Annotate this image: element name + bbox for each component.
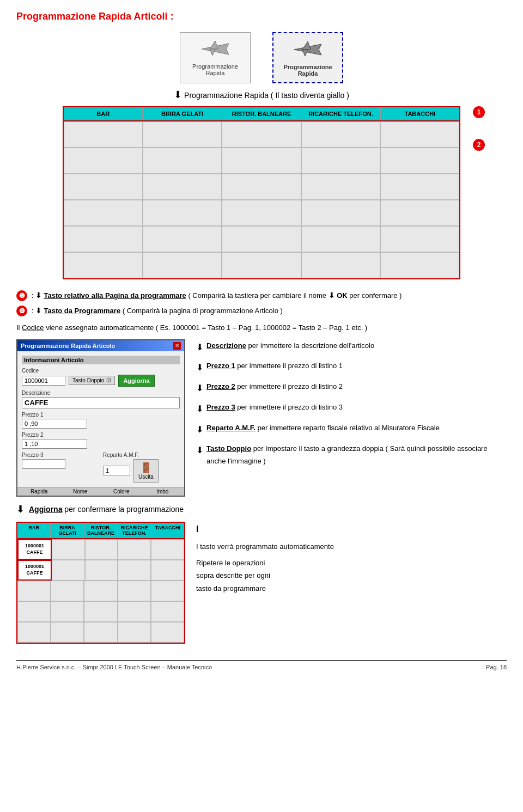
descrizione-input[interactable] [22,397,180,408]
grid-cell[interactable] [222,174,301,200]
bottom-grid-cell[interactable] [85,539,118,560]
bottom-grid-cell[interactable] [84,601,117,622]
grid-cell[interactable] [301,148,380,174]
bottom-grid-cell[interactable] [17,622,51,643]
footer-left: H.Pierre Service s.n.c. – Simpr 2000 LE … [16,664,212,670]
footer-nome[interactable]: Nome [61,489,100,494]
grid-cell[interactable] [64,252,143,278]
bottom-grid-cell[interactable] [151,560,184,581]
dialog-footer: Rapida Nome Colore Imbo [17,487,184,496]
codice-input[interactable] [22,376,65,386]
bottom-tab-tabacchi[interactable]: TABACCHI [151,523,184,538]
bottom-grid-cell[interactable] [151,622,184,643]
bottom-grid-cell[interactable] [52,560,85,581]
aggiorna-button[interactable]: Aggiorna [118,375,154,387]
explanation: ❶ : ⬇ Tasto relativo alla Pagina da prog… [16,289,507,334]
bottom-tab-area: BAR BIRRA GELATI RISTOR. BALNEARE RICARI… [16,522,185,644]
codice-label: Codice [22,368,180,374]
grid-cell[interactable] [143,174,222,200]
prezzo2-input[interactable] [22,439,87,449]
bottom-grid-cell[interactable] [52,539,85,560]
bottom-grid-cell[interactable] [51,622,84,643]
desc-item-tasto-doppio: ⬇ Tasto Doppio per Impostare il tasto a … [196,442,507,468]
right-text-programmato: I tasto verrà programmato automaticament… [196,540,507,553]
grid-cell[interactable] [380,252,459,278]
grid-cell[interactable] [380,200,459,226]
tab-bar[interactable]: BAR [64,107,143,120]
grid-cell[interactable] [380,226,459,252]
bottom-grid-cell[interactable] [151,539,184,560]
bottom-grid-cell[interactable] [84,581,117,601]
bottom-grid-cell[interactable] [118,622,151,643]
tab-birra-gelati[interactable]: BIRRA GELATI [143,107,222,120]
bottom-grid-cell[interactable] [17,581,51,601]
page-title: Programmazione Rapida Articoli : [16,11,507,22]
grid-cell[interactable] [222,121,301,148]
dialog-close-button[interactable]: ✕ [173,342,181,350]
footer-rapida[interactable]: Rapida [20,489,59,494]
bottom-cell-caffe-1[interactable]: 1000001CAFFE [17,539,52,560]
prezzo3-input[interactable] [22,459,65,469]
grid-cell[interactable] [380,121,459,148]
grid-cell[interactable] [222,226,301,252]
bottom-section: BAR BIRRA GELATI RISTOR. BALNEARE RICARI… [16,522,507,644]
grid-cell[interactable] [222,252,301,278]
grid-cell[interactable] [143,252,222,278]
grid-cell[interactable] [301,252,380,278]
grid-cell[interactable] [143,148,222,174]
tab-tabacchi[interactable]: TABACCHI [381,107,459,120]
grid-cell[interactable] [222,148,301,174]
right-text-I: I [196,522,507,538]
prezzo3-label: Prezzo 3 [22,452,99,458]
bottom-grid-cell[interactable] [17,601,51,622]
bottom-grid-cell[interactable] [51,601,84,622]
bottom-grid-cell[interactable] [151,601,184,622]
bottom-tab-ricariche[interactable]: RICARICHE TELEFON. [118,523,151,538]
grid-cell[interactable] [64,200,143,226]
bottom-grid-cell[interactable] [118,539,151,560]
bottom-tab-birra[interactable]: BIRRA GELATI [51,523,84,538]
grid-cell[interactable] [301,226,380,252]
icon-highlighted-label: Programmazione Rapida [279,64,337,77]
bottom-grid-cell[interactable] [85,560,118,581]
tasto-doppio-btn[interactable]: Tasto Doppio ☑ [69,376,115,385]
footer-colore[interactable]: Colore [102,489,141,494]
bottom-grid-cell[interactable] [84,622,117,643]
grid-cell[interactable] [64,121,143,148]
bottom-grid-cell[interactable] [118,601,151,622]
grid-cell[interactable] [143,121,222,148]
grid-cell[interactable] [64,226,143,252]
icon-normal-label: Programmazione Rapida [186,63,245,76]
grid-cell[interactable] [143,200,222,226]
tab-ricariche-telefon[interactable]: RICARICHE TELEFON. [301,107,380,120]
bottom-grid-cell[interactable] [118,581,151,601]
grid-cell[interactable] [64,174,143,200]
grid-cell[interactable] [301,174,380,200]
grid-cell[interactable] [301,200,380,226]
bottom-grid-cell[interactable] [118,560,151,581]
desc-item-prezzo2: ⬇ Prezzo 2 per immettere il prezzo di li… [196,380,507,396]
prezzo1-input[interactable] [22,419,87,429]
footer-right: Pag. 18 [486,664,507,670]
grid-cell[interactable] [64,148,143,174]
bottom-grid-cell[interactable] [51,581,84,601]
grid-cell[interactable] [301,121,380,148]
bottom-tab-ristor[interactable]: RISTOR. BALNEARE [84,523,118,538]
grid-cell[interactable] [143,226,222,252]
desc-item-prezzo1: ⬇ Prezzo 1 per immettere il prezzo di li… [196,359,507,376]
reparto-input[interactable] [103,466,130,475]
bottom-cell-caffe-2[interactable]: 1000001CAFFE [17,560,52,581]
uscita-button[interactable]: 🚪 Uscita [133,459,159,483]
grid-cell[interactable] [380,148,459,174]
reparto-label: Reparto A.M.F. [103,452,180,458]
footer-imbo[interactable]: Imbo [143,489,183,494]
grid-cell[interactable] [222,200,301,226]
bottom-grid-cell[interactable] [151,581,184,601]
page-footer: H.Pierre Service s.n.c. – Simpr 2000 LE … [16,660,507,670]
badge-2: 2 [473,139,485,151]
grid-cell[interactable] [380,174,459,200]
dialog-window: Programmazione Rapida Articolo ✕ Informa… [16,339,185,497]
icon-normal: Programmazione Rapida [180,32,251,83]
tab-ristor-balneare[interactable]: RISTOR. BALNEARE [222,107,301,120]
bottom-tab-bar[interactable]: BAR [17,523,51,538]
